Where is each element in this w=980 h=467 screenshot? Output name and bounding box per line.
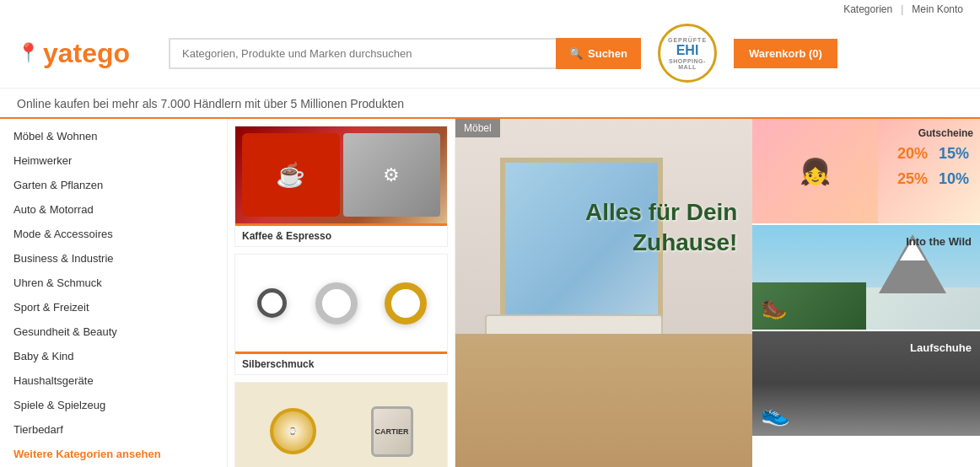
product-grid: ☕ ⚙ Kaffee & Espresso Silberschmuck <box>228 119 455 467</box>
product-card-watches[interactable]: ⌚ CARTIER Luxusuhren <box>234 382 448 467</box>
sidebar-item-business-industrie[interactable]: Business & Industrie <box>0 246 227 271</box>
search-button[interactable]: 🔍 Suchen <box>556 38 641 69</box>
voucher-info: Gutscheine 20% 15% 25% 10% <box>893 127 973 191</box>
tagline-text: Online kaufen bei mehr als 7.000 Händler… <box>17 97 404 110</box>
voucher-15: 15% <box>934 142 973 165</box>
top-bar-divider: | <box>901 3 903 15</box>
kategorien-link[interactable]: Kategorien <box>843 3 892 15</box>
side-banner-wild[interactable]: 🥾 Into the Wild <box>752 225 980 331</box>
sidebar-item-gesundheit-beauty[interactable]: Gesundheit & Beauty <box>0 319 227 344</box>
side-banner-shoes[interactable]: 👟 Laufschuhe <box>752 331 980 437</box>
sneaker-scene: 👟 Laufschuhe <box>752 331 980 436</box>
sidebar-item-uhren-schmuck[interactable]: Uhren & Schmuck <box>0 271 227 295</box>
ehi-badge: GEPRÜFTE EHI SHOPPING-MALL <box>658 24 717 83</box>
coffee-bg: ☕ ⚙ <box>235 126 447 223</box>
hero-title: Alles für DeinZuhause! <box>585 197 737 259</box>
logo[interactable]: 📍 yatego <box>17 38 152 69</box>
hero-banner[interactable]: Möbel Alles für DeinZuhause! <box>455 119 752 467</box>
coffee-label: Kaffee & Espresso <box>235 223 447 246</box>
sidebar-item-mobel-wohnen[interactable]: Möbel & Wohnen <box>0 124 227 148</box>
watches-bg: ⌚ CARTIER <box>235 383 447 467</box>
hiking-poles-icon: 🥾 <box>759 296 788 324</box>
main-content: Möbel & Wohnen Heimwerker Garten & Pflan… <box>0 119 980 467</box>
sidebar-item-weitere[interactable]: Weitere Kategorien ansehen <box>0 442 227 466</box>
pin-icon: 📍 <box>17 42 40 64</box>
tagline: Online kaufen bei mehr als 7.000 Händler… <box>0 89 980 119</box>
product-card-silver[interactable]: Silberschmuck <box>234 254 448 375</box>
hero-text-overlay: Alles für DeinZuhause! <box>585 197 737 259</box>
ehi-top-text: GEPRÜFTE <box>668 37 707 43</box>
ehi-main-text: EHI <box>676 43 699 58</box>
ring-silver <box>315 282 358 325</box>
silver-label: Silberschmuck <box>235 352 447 374</box>
coffee-machine-right: ⚙ <box>343 133 441 217</box>
sidebar-item-haushaltsgeraete[interactable]: Haushaltsgeräte <box>0 368 227 393</box>
voucher-numbers: 20% 15% 25% 10% <box>893 142 973 191</box>
search-input[interactable] <box>169 38 556 69</box>
sidebar-item-baby-kind[interactable]: Baby & Kind <box>0 344 227 368</box>
watches-image: ⌚ CARTIER <box>235 383 447 467</box>
header-main: 📍 yatego 🔍 Suchen GEPRÜFTE EHI SHOPPING-… <box>0 19 980 89</box>
banner-child-image: 👧 <box>752 119 878 223</box>
side-banners: 👧 Gutscheine 20% 15% 25% 10% <box>752 119 980 467</box>
coffee-machine-left: ☕ <box>242 133 340 217</box>
silver-image <box>235 255 447 352</box>
sidebar-item-garten-pflanzen[interactable]: Garten & Pflanzen <box>0 173 227 197</box>
gutscheine-bg: 👧 Gutscheine 20% 15% 25% 10% <box>752 119 980 223</box>
hero-room-scene <box>455 119 752 467</box>
watch-round: ⌚ <box>270 408 316 454</box>
search-icon: 🔍 <box>569 47 583 60</box>
sidebar: Möbel & Wohnen Heimwerker Garten & Pflan… <box>0 119 228 467</box>
mein-konto-link[interactable]: Mein Konto <box>912 3 963 15</box>
ehi-bottom-text: SHOPPING-MALL <box>660 58 714 70</box>
sidebar-item-spiele-spielzeug[interactable]: Spiele & Spielzeug <box>0 393 227 417</box>
jewelry-bg <box>235 255 447 352</box>
hero-room-image <box>455 119 752 467</box>
sidebar-item-mode-accessoires[interactable]: Mode & Accessoires <box>0 222 227 246</box>
shoes-bg: 👟 Laufschuhe <box>752 331 980 436</box>
ring-gold <box>385 282 427 325</box>
sidebar-item-tierbedarf[interactable]: Tierbedarf <box>0 417 227 442</box>
shoes-label: Laufschuhe <box>910 341 972 354</box>
pendant-display <box>256 280 289 326</box>
side-banner-gutscheine[interactable]: 👧 Gutscheine 20% 15% 25% 10% <box>752 119 980 225</box>
hero-category-tag: Möbel <box>455 119 500 137</box>
product-card-coffee[interactable]: ☕ ⚙ Kaffee & Espresso <box>234 126 448 247</box>
cart-button[interactable]: Warenkorb (0) <box>734 39 837 68</box>
pendant-circle <box>257 288 287 318</box>
sidebar-item-heimwerker[interactable]: Heimwerker <box>0 148 227 173</box>
cart-label: Warenkorb (0) <box>749 47 822 60</box>
sidebar-item-auto-motorrad[interactable]: Auto & Motorrad <box>0 197 227 222</box>
voucher-20: 20% <box>893 142 932 165</box>
wild-label: Into the Wild <box>906 235 972 248</box>
search-container: 🔍 Suchen <box>169 38 641 69</box>
voucher-25: 25% <box>893 168 932 191</box>
wild-bg: 🥾 Into the Wild <box>752 225 980 330</box>
watch-rectangular: CARTIER <box>371 406 413 457</box>
room-floor <box>455 334 752 467</box>
sidebar-item-sport-freizeit[interactable]: Sport & Freizeit <box>0 295 227 319</box>
coffee-image: ☕ ⚙ <box>235 126 447 223</box>
sneaker-icon: 👟 <box>761 400 790 427</box>
logo-text: yatego <box>43 38 130 69</box>
voucher-10: 10% <box>934 168 973 191</box>
top-bar: Kategorien | Mein Konto <box>0 0 980 19</box>
voucher-label: Gutscheine <box>893 127 973 139</box>
search-button-label: Suchen <box>588 47 627 60</box>
